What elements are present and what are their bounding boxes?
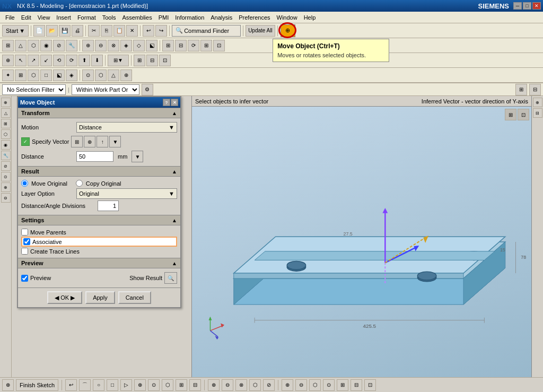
tb2-btn17[interactable]: ⊡ [213,40,225,51]
bottom-btn19[interactable]: ⬡ [309,379,321,391]
tb3-btn7[interactable]: ⬆ [78,55,90,66]
menu-insert[interactable]: Insert [53,13,74,22]
bottom-btn15[interactable]: ⬡ [249,379,261,391]
tb2-btn4[interactable]: ◉ [40,40,52,51]
tb2-btn16[interactable]: ⊞ [200,40,212,51]
redo-btn[interactable]: ↪ [155,25,167,37]
tb4-btn2[interactable]: ⊞ [15,69,27,81]
no-selection-filter-dropdown[interactable]: No Selection Filter [2,84,66,95]
settings-section-header[interactable]: Settings ▲ [18,215,180,225]
viewport-btn-2[interactable]: ⊡ [518,109,529,120]
sidebar-icon-2[interactable]: △ [1,108,11,118]
save-btn[interactable]: 💾 [59,25,71,37]
bottom-btn8[interactable]: ⊙ [148,379,160,391]
start-button[interactable]: Start ▼ [2,25,29,37]
vector-btn-4[interactable]: ▼ [109,136,121,147]
paste-btn[interactable]: 📋 [113,25,125,37]
bottom-btn10[interactable]: ⊞ [176,379,187,391]
tb2-btn3[interactable]: ⬡ [28,40,39,51]
tb2-btn1[interactable]: ⊞ [2,40,14,51]
tb2-btn6[interactable]: 🔧 [66,40,77,51]
open-btn[interactable]: 📂 [46,25,58,37]
tb2-btn15[interactable]: ⟳ [188,40,199,51]
tb2-btn11[interactable]: ◇ [133,40,145,51]
undo-btn[interactable]: ↩ [143,25,154,37]
associative-checkbox[interactable] [23,238,30,245]
tb2-btn2[interactable]: △ [15,40,27,51]
cancel-button[interactable]: Cancel [118,291,151,304]
finish-sketch-btn[interactable]: Finish Sketch [16,379,58,391]
distance-unit-dropdown[interactable]: ▼ [132,151,143,162]
within-work-part-dropdown[interactable]: Within Work Part Or [72,84,139,95]
bottom-btn12[interactable]: ⊕ [208,379,220,391]
layer-option-dropdown[interactable]: Original ▼ [76,188,177,199]
move-parents-checkbox[interactable] [21,229,28,236]
tb2-btn14[interactable]: ⊟ [175,40,187,51]
sidebar-icon-9[interactable]: ⊕ [1,182,11,192]
vector-btn-3[interactable]: ↑ [97,136,108,147]
vector-btn-2[interactable]: ⊕ [84,136,95,147]
tb3-btn8[interactable]: ⬇ [91,55,103,66]
bottom-btn3[interactable]: ⌒ [79,379,91,391]
dialog-help-btn[interactable]: ? [163,99,170,106]
3d-viewport[interactable]: Select objects to infer vector Inferred … [192,96,531,377]
menu-analysis[interactable]: Analysis [207,13,235,22]
divisions-input[interactable] [98,201,119,211]
transform-section-header[interactable]: Transform ▲ [18,108,180,118]
menu-pmi[interactable]: PMI [155,13,172,22]
tb4-btn3[interactable]: ⬡ [28,69,39,81]
bottom-btn16[interactable]: ⊘ [263,379,275,391]
sidebar-icon-5[interactable]: ◉ [1,140,11,150]
menu-file[interactable]: File [2,13,18,22]
right-icon-2[interactable]: ⊟ [533,108,542,118]
menu-view[interactable]: View [34,13,54,22]
bottom-btn5[interactable]: □ [107,379,118,391]
tb2-btn12[interactable]: ⬕ [146,40,157,51]
tb3-btn9[interactable]: ⊞ [134,55,145,66]
dialog-close-btn[interactable]: ✕ [171,99,178,106]
copy-btn[interactable]: ⎘ [101,25,112,37]
delete-btn[interactable]: ✕ [126,25,138,37]
tb3-btn4[interactable]: ↙ [40,55,52,66]
tb3-btn5[interactable]: ⟲ [53,55,65,66]
sel-right-btn2[interactable]: ⊟ [529,84,541,95]
bottom-btn21[interactable]: ⊞ [337,379,348,391]
update-all-btn[interactable]: Update All [246,25,275,37]
show-result-btn[interactable]: 🔍 [164,272,177,284]
sidebar-icon-3[interactable]: ⊞ [1,119,11,128]
tb3-btn3[interactable]: ↗ [28,55,39,66]
preview-checkbox[interactable] [21,275,28,282]
tb4-btn7[interactable]: ⊙ [82,69,94,81]
bottom-btn11[interactable]: ⊟ [189,379,201,391]
print-btn[interactable]: 🖨 [72,25,83,37]
preview-section-header[interactable]: Preview ▲ [18,258,180,268]
right-icon-1[interactable]: ⊕ [533,98,542,107]
copy-original-radio[interactable] [76,180,83,187]
vector-btn-1[interactable]: ⊞ [71,136,83,147]
close-btn[interactable]: ✕ [532,2,541,10]
apply-button[interactable]: Apply [85,291,115,304]
menu-edit[interactable]: Edit [18,13,34,22]
tb4-btn1[interactable]: ✦ [2,69,14,81]
bottom-btn23[interactable]: ⊡ [364,379,376,391]
viewport-btn-1[interactable]: ⊞ [505,109,516,120]
tb2-btn13[interactable]: ⊞ [162,40,174,51]
bottom-btn9[interactable]: ⬡ [162,379,173,391]
sidebar-icon-6[interactable]: 🔧 [1,151,11,160]
result-section-header[interactable]: Result ▲ [18,166,180,177]
move-original-radio[interactable] [21,180,28,187]
create-trace-lines-checkbox[interactable] [21,248,28,255]
bottom-btn4[interactable]: ○ [93,379,104,391]
tb4-btn4[interactable]: □ [40,69,52,81]
menu-tools[interactable]: Tools [99,13,119,22]
menu-information[interactable]: Information [172,13,207,22]
tb4-btn10[interactable]: ⊕ [120,69,132,81]
menu-window[interactable]: Window [274,13,301,22]
tb3-btn10[interactable]: ⊟ [146,55,158,66]
bottom-btn13[interactable]: ⊖ [222,379,233,391]
sidebar-icon-10[interactable]: ⊖ [1,193,11,203]
tb2-btn7[interactable]: ⊕ [82,40,94,51]
maximize-btn[interactable]: □ [523,2,531,10]
tb2-btn9[interactable]: ⊗ [108,40,119,51]
bottom-btn17[interactable]: ⊕ [282,379,293,391]
